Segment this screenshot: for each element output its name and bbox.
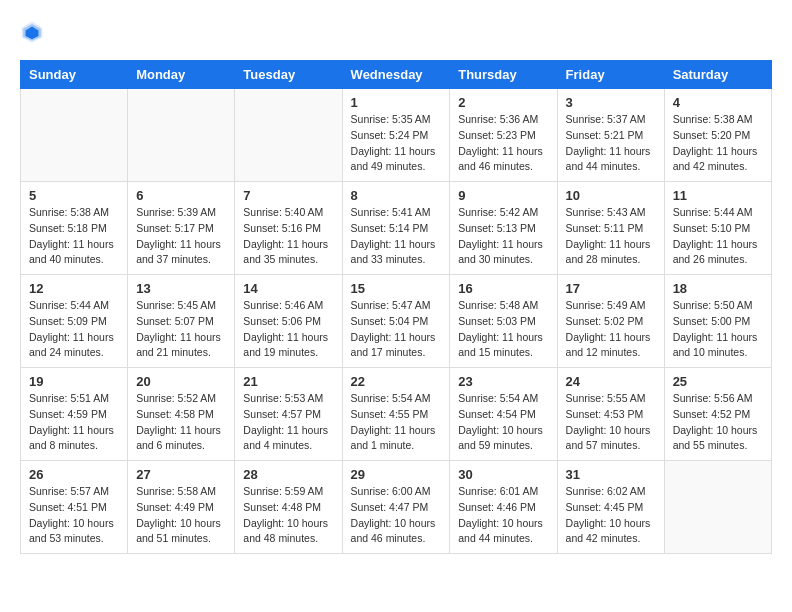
calendar-cell: 14Sunrise: 5:46 AMSunset: 5:06 PMDayligh…: [235, 275, 342, 368]
calendar-cell: 16Sunrise: 5:48 AMSunset: 5:03 PMDayligh…: [450, 275, 557, 368]
calendar-cell: 31Sunrise: 6:02 AMSunset: 4:45 PMDayligh…: [557, 461, 664, 554]
day-info: Sunrise: 5:36 AMSunset: 5:23 PMDaylight:…: [458, 112, 548, 175]
weekday-header-monday: Monday: [128, 61, 235, 89]
calendar-cell: 7Sunrise: 5:40 AMSunset: 5:16 PMDaylight…: [235, 182, 342, 275]
day-number: 27: [136, 467, 226, 482]
day-info: Sunrise: 5:39 AMSunset: 5:17 PMDaylight:…: [136, 205, 226, 268]
calendar-cell: 21Sunrise: 5:53 AMSunset: 4:57 PMDayligh…: [235, 368, 342, 461]
calendar-cell: 28Sunrise: 5:59 AMSunset: 4:48 PMDayligh…: [235, 461, 342, 554]
day-number: 23: [458, 374, 548, 389]
day-info: Sunrise: 5:44 AMSunset: 5:10 PMDaylight:…: [673, 205, 763, 268]
calendar-cell: 1Sunrise: 5:35 AMSunset: 5:24 PMDaylight…: [342, 89, 450, 182]
day-number: 9: [458, 188, 548, 203]
day-info: Sunrise: 5:38 AMSunset: 5:20 PMDaylight:…: [673, 112, 763, 175]
day-info: Sunrise: 5:45 AMSunset: 5:07 PMDaylight:…: [136, 298, 226, 361]
weekday-header-sunday: Sunday: [21, 61, 128, 89]
day-number: 19: [29, 374, 119, 389]
calendar-week-row: 19Sunrise: 5:51 AMSunset: 4:59 PMDayligh…: [21, 368, 772, 461]
day-number: 6: [136, 188, 226, 203]
weekday-header-wednesday: Wednesday: [342, 61, 450, 89]
day-number: 10: [566, 188, 656, 203]
day-info: Sunrise: 5:54 AMSunset: 4:54 PMDaylight:…: [458, 391, 548, 454]
day-number: 1: [351, 95, 442, 110]
calendar-cell: 24Sunrise: 5:55 AMSunset: 4:53 PMDayligh…: [557, 368, 664, 461]
calendar-cell: 20Sunrise: 5:52 AMSunset: 4:58 PMDayligh…: [128, 368, 235, 461]
calendar-cell: 12Sunrise: 5:44 AMSunset: 5:09 PMDayligh…: [21, 275, 128, 368]
calendar-cell: 18Sunrise: 5:50 AMSunset: 5:00 PMDayligh…: [664, 275, 771, 368]
day-number: 16: [458, 281, 548, 296]
day-info: Sunrise: 6:01 AMSunset: 4:46 PMDaylight:…: [458, 484, 548, 547]
calendar-cell: [235, 89, 342, 182]
weekday-header-row: SundayMondayTuesdayWednesdayThursdayFrid…: [21, 61, 772, 89]
day-number: 20: [136, 374, 226, 389]
day-info: Sunrise: 5:49 AMSunset: 5:02 PMDaylight:…: [566, 298, 656, 361]
day-number: 30: [458, 467, 548, 482]
page-header: [20, 20, 772, 44]
calendar-cell: 4Sunrise: 5:38 AMSunset: 5:20 PMDaylight…: [664, 89, 771, 182]
logo: [20, 20, 48, 44]
calendar-cell: 5Sunrise: 5:38 AMSunset: 5:18 PMDaylight…: [21, 182, 128, 275]
calendar-cell: 22Sunrise: 5:54 AMSunset: 4:55 PMDayligh…: [342, 368, 450, 461]
day-number: 7: [243, 188, 333, 203]
calendar-cell: 10Sunrise: 5:43 AMSunset: 5:11 PMDayligh…: [557, 182, 664, 275]
day-info: Sunrise: 5:35 AMSunset: 5:24 PMDaylight:…: [351, 112, 442, 175]
day-info: Sunrise: 5:56 AMSunset: 4:52 PMDaylight:…: [673, 391, 763, 454]
day-number: 8: [351, 188, 442, 203]
day-info: Sunrise: 5:50 AMSunset: 5:00 PMDaylight:…: [673, 298, 763, 361]
calendar-cell: 8Sunrise: 5:41 AMSunset: 5:14 PMDaylight…: [342, 182, 450, 275]
calendar-cell: 15Sunrise: 5:47 AMSunset: 5:04 PMDayligh…: [342, 275, 450, 368]
day-info: Sunrise: 5:48 AMSunset: 5:03 PMDaylight:…: [458, 298, 548, 361]
weekday-header-thursday: Thursday: [450, 61, 557, 89]
calendar-cell: 27Sunrise: 5:58 AMSunset: 4:49 PMDayligh…: [128, 461, 235, 554]
day-info: Sunrise: 6:02 AMSunset: 4:45 PMDaylight:…: [566, 484, 656, 547]
day-number: 17: [566, 281, 656, 296]
calendar-cell: 11Sunrise: 5:44 AMSunset: 5:10 PMDayligh…: [664, 182, 771, 275]
calendar-cell: [128, 89, 235, 182]
day-info: Sunrise: 5:43 AMSunset: 5:11 PMDaylight:…: [566, 205, 656, 268]
day-info: Sunrise: 5:40 AMSunset: 5:16 PMDaylight:…: [243, 205, 333, 268]
calendar-cell: 13Sunrise: 5:45 AMSunset: 5:07 PMDayligh…: [128, 275, 235, 368]
calendar-cell: 3Sunrise: 5:37 AMSunset: 5:21 PMDaylight…: [557, 89, 664, 182]
calendar-cell: 19Sunrise: 5:51 AMSunset: 4:59 PMDayligh…: [21, 368, 128, 461]
day-number: 21: [243, 374, 333, 389]
calendar-week-row: 1Sunrise: 5:35 AMSunset: 5:24 PMDaylight…: [21, 89, 772, 182]
day-number: 25: [673, 374, 763, 389]
weekday-header-friday: Friday: [557, 61, 664, 89]
day-number: 26: [29, 467, 119, 482]
weekday-header-saturday: Saturday: [664, 61, 771, 89]
calendar-cell: 17Sunrise: 5:49 AMSunset: 5:02 PMDayligh…: [557, 275, 664, 368]
calendar-cell: 29Sunrise: 6:00 AMSunset: 4:47 PMDayligh…: [342, 461, 450, 554]
day-number: 22: [351, 374, 442, 389]
calendar-cell: [664, 461, 771, 554]
day-number: 29: [351, 467, 442, 482]
day-info: Sunrise: 5:46 AMSunset: 5:06 PMDaylight:…: [243, 298, 333, 361]
day-number: 28: [243, 467, 333, 482]
day-number: 4: [673, 95, 763, 110]
calendar-week-row: 12Sunrise: 5:44 AMSunset: 5:09 PMDayligh…: [21, 275, 772, 368]
calendar-cell: 2Sunrise: 5:36 AMSunset: 5:23 PMDaylight…: [450, 89, 557, 182]
calendar-cell: 30Sunrise: 6:01 AMSunset: 4:46 PMDayligh…: [450, 461, 557, 554]
day-number: 13: [136, 281, 226, 296]
day-info: Sunrise: 5:47 AMSunset: 5:04 PMDaylight:…: [351, 298, 442, 361]
day-number: 12: [29, 281, 119, 296]
day-info: Sunrise: 5:57 AMSunset: 4:51 PMDaylight:…: [29, 484, 119, 547]
calendar-week-row: 5Sunrise: 5:38 AMSunset: 5:18 PMDaylight…: [21, 182, 772, 275]
calendar-cell: 9Sunrise: 5:42 AMSunset: 5:13 PMDaylight…: [450, 182, 557, 275]
calendar-cell: 25Sunrise: 5:56 AMSunset: 4:52 PMDayligh…: [664, 368, 771, 461]
day-number: 14: [243, 281, 333, 296]
day-number: 2: [458, 95, 548, 110]
day-number: 3: [566, 95, 656, 110]
logo-icon: [20, 20, 44, 44]
day-number: 18: [673, 281, 763, 296]
day-number: 5: [29, 188, 119, 203]
calendar-cell: 26Sunrise: 5:57 AMSunset: 4:51 PMDayligh…: [21, 461, 128, 554]
day-info: Sunrise: 6:00 AMSunset: 4:47 PMDaylight:…: [351, 484, 442, 547]
day-info: Sunrise: 5:41 AMSunset: 5:14 PMDaylight:…: [351, 205, 442, 268]
day-info: Sunrise: 5:51 AMSunset: 4:59 PMDaylight:…: [29, 391, 119, 454]
day-info: Sunrise: 5:58 AMSunset: 4:49 PMDaylight:…: [136, 484, 226, 547]
calendar-table: SundayMondayTuesdayWednesdayThursdayFrid…: [20, 60, 772, 554]
calendar-cell: [21, 89, 128, 182]
day-number: 31: [566, 467, 656, 482]
day-info: Sunrise: 5:38 AMSunset: 5:18 PMDaylight:…: [29, 205, 119, 268]
day-number: 15: [351, 281, 442, 296]
